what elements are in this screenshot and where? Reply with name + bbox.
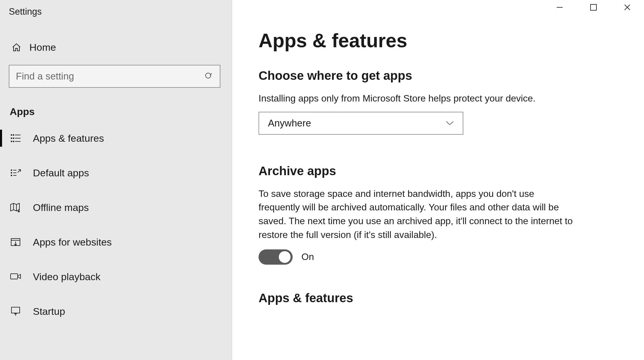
startup-icon	[10, 305, 22, 317]
home-label: Home	[29, 42, 56, 53]
sidebar-item-offline-maps[interactable]: Offline maps	[0, 190, 232, 225]
chevron-down-icon	[446, 121, 454, 126]
svg-rect-28	[11, 307, 20, 313]
window-controls	[543, 0, 644, 15]
svg-point-7	[11, 138, 12, 139]
maximize-icon	[590, 4, 597, 11]
sidebar: Settings Home Apps Apps & features	[0, 0, 232, 360]
page-title: Apps & features	[259, 29, 620, 52]
svg-point-16	[11, 173, 12, 173]
svg-point-6	[11, 135, 12, 136]
home-nav[interactable]: Home	[0, 35, 232, 60]
svg-point-15	[11, 170, 12, 171]
section-description: Installing apps only from Microsoft Stor…	[259, 92, 576, 105]
apps-websites-icon	[10, 236, 22, 248]
close-icon	[624, 4, 631, 11]
search-input[interactable]	[16, 71, 204, 82]
toggle-state-label: On	[301, 251, 314, 262]
archive-apps-toggle[interactable]	[259, 249, 293, 265]
search-input-container[interactable]	[9, 65, 220, 88]
sidebar-item-label: Video playback	[33, 271, 100, 283]
section-description: To save storage space and internet bandw…	[259, 187, 576, 242]
apps-features-icon	[10, 132, 22, 144]
sidebar-item-video-playback[interactable]: Video playback	[0, 259, 232, 294]
sidebar-item-label: Apps for websites	[33, 236, 112, 248]
close-button[interactable]	[610, 0, 644, 15]
svg-rect-27	[11, 274, 18, 279]
video-playback-icon	[10, 271, 22, 283]
default-apps-icon	[10, 167, 22, 179]
section-heading-choose-where: Choose where to get apps	[259, 69, 620, 83]
sidebar-item-apps-for-websites[interactable]: Apps for websites	[0, 225, 232, 259]
svg-point-10	[13, 138, 14, 139]
home-icon	[11, 42, 22, 53]
section-heading-apps-features: Apps & features	[259, 291, 620, 305]
svg-point-8	[11, 141, 12, 142]
search-icon	[204, 72, 213, 81]
svg-point-17	[11, 175, 12, 176]
sidebar-item-label: Startup	[33, 306, 65, 317]
minimize-button[interactable]	[543, 0, 576, 15]
svg-rect-1	[591, 4, 596, 10]
app-source-dropdown[interactable]: Anywhere	[259, 112, 463, 135]
svg-point-4	[206, 73, 211, 78]
main-content: Apps & features Choose where to get apps…	[232, 0, 644, 360]
sidebar-item-label: Default apps	[33, 167, 89, 179]
section-heading-archive: Archive apps	[259, 164, 620, 178]
svg-point-11	[13, 141, 14, 142]
dropdown-value: Anywhere	[268, 118, 311, 129]
svg-point-9	[13, 135, 14, 136]
sidebar-item-default-apps[interactable]: Default apps	[0, 156, 232, 190]
offline-maps-icon	[10, 202, 22, 213]
sidebar-item-label: Apps & features	[33, 133, 104, 144]
toggle-knob	[279, 251, 291, 263]
sidebar-item-apps-features[interactable]: Apps & features	[0, 121, 232, 156]
sidebar-section-header: Apps	[0, 88, 232, 121]
sidebar-item-label: Offline maps	[33, 202, 89, 213]
window-title: Settings	[0, 0, 232, 23]
sidebar-item-startup[interactable]: Startup	[0, 294, 232, 329]
minimize-icon	[556, 4, 563, 11]
maximize-button[interactable]	[576, 0, 610, 15]
